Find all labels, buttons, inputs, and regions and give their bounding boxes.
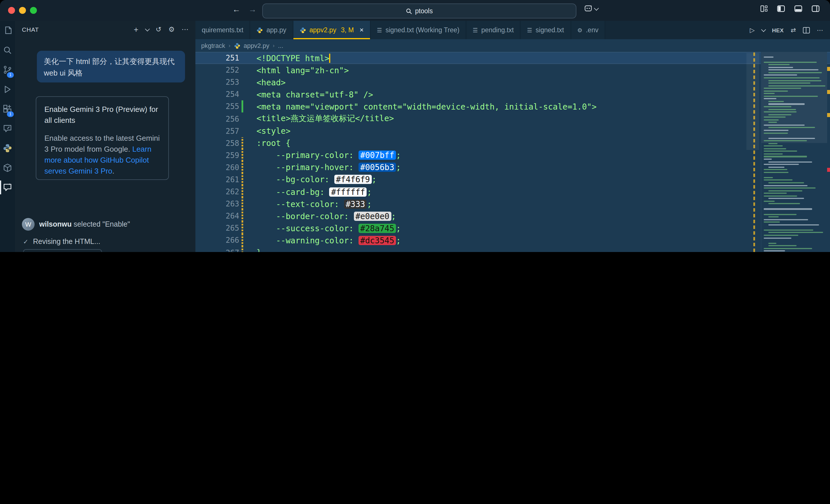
code-line: 253<head> bbox=[195, 76, 830, 88]
activity-python-icon[interactable] bbox=[0, 138, 15, 158]
step-revising: ✓ Revising the HTML... bbox=[23, 238, 100, 246]
code-editor[interactable]: 251<!DOCTYPE html>252<html lang="zh-cn">… bbox=[195, 52, 830, 252]
chat-history-icon[interactable]: ↺ bbox=[156, 25, 161, 33]
search-icon bbox=[406, 8, 412, 14]
titlebar: ← → ptools bbox=[0, 0, 830, 21]
minimap-slider[interactable] bbox=[761, 52, 827, 143]
tab-quirements-txt[interactable]: quirements.txt bbox=[195, 21, 250, 39]
chevron-right-icon: › bbox=[273, 43, 274, 49]
chat-sidebar: CHAT + ↺ ⚙ ⋯ 美化一下 html 部分，让其变得更具现代 web u… bbox=[15, 21, 196, 252]
python-icon bbox=[234, 42, 240, 49]
activity-package-icon[interactable] bbox=[0, 158, 15, 178]
tab-app-py[interactable]: app.py bbox=[250, 21, 293, 39]
chat-more-actions-icon[interactable]: ⋯ bbox=[182, 25, 189, 33]
user-message-bubble: 美化一下 html 部分，让其变得更具现代 web ui 风格 bbox=[37, 51, 185, 83]
gemini-card-body: Enable access to the latest Gemini 3 Pro… bbox=[44, 133, 160, 177]
activity-extensions-icon[interactable]: 1 bbox=[0, 99, 15, 119]
close-window-button[interactable] bbox=[8, 7, 15, 14]
run-python-file-icon[interactable]: ▷ bbox=[750, 26, 755, 34]
code-line: 254<meta charset="utf-8" /> bbox=[195, 89, 830, 101]
chat-settings-gear-icon[interactable]: ⚙ bbox=[168, 25, 174, 33]
changed-file-name: appv2.py bbox=[37, 251, 65, 252]
copilot-menu[interactable] bbox=[584, 5, 598, 12]
minimap[interactable] bbox=[761, 52, 827, 252]
code-line: 257<style> bbox=[195, 125, 830, 137]
editor-scrollbar[interactable] bbox=[746, 53, 759, 150]
activity-copilot-edits-icon[interactable] bbox=[0, 119, 15, 138]
breadcrumb-symbol[interactable]: ... bbox=[278, 42, 283, 49]
gemini-card-title: Enable Gemini 3 Pro (Preview) for all cl… bbox=[44, 104, 160, 126]
code-line: 258:root { bbox=[195, 137, 830, 149]
code-line: 251<!DOCTYPE html> bbox=[195, 52, 830, 64]
color-swatch: #e0e0e0 bbox=[354, 212, 391, 221]
user-action-row: W wilsonwu selected "Enable" bbox=[22, 218, 186, 231]
code-line: 264 --border-color: #e0e0e0; bbox=[195, 210, 830, 222]
tab-appv2-py[interactable]: appv2.py3, M× bbox=[293, 21, 371, 39]
chevron-down-icon bbox=[594, 5, 599, 10]
user-action-text: selected "Enable" bbox=[73, 220, 130, 228]
editor-group: quirements.txtapp.pyappv2.py3, M×☰signed… bbox=[195, 21, 830, 252]
tab-signed-txt-working-tree-[interactable]: ☰signed.txt (Working Tree) bbox=[371, 21, 466, 39]
new-chat-dropdown-icon[interactable] bbox=[145, 27, 150, 31]
code-line: 267} bbox=[195, 247, 830, 252]
run-dropdown-icon[interactable] bbox=[761, 27, 766, 32]
overview-ruler bbox=[827, 21, 830, 252]
hex-editor-button[interactable]: HEX bbox=[772, 27, 784, 33]
zoom-window-button[interactable] bbox=[30, 7, 37, 14]
code-line: 263 --text-color: #333; bbox=[195, 198, 830, 210]
code-line: 266 --warning-color: #dc3545; bbox=[195, 234, 830, 247]
activity-run-debug-icon[interactable] bbox=[0, 80, 15, 99]
tab-pending-txt[interactable]: ☰pending.txt bbox=[466, 21, 520, 39]
vscode-window: ← → ptools 111 CHAT + ↺ ⚙ ⋯ bbox=[0, 0, 830, 252]
editor-tabs: quirements.txtapp.pyappv2.py3, M×☰signed… bbox=[195, 21, 830, 39]
code-line: 252<html lang="zh-cn"> bbox=[195, 64, 830, 76]
lines-added: +234 bbox=[68, 251, 84, 252]
copilot-icon bbox=[584, 5, 593, 12]
code-line: 256<title>燕文运单签收标记</title> bbox=[195, 113, 830, 125]
color-swatch: #0056b3 bbox=[358, 163, 396, 172]
editor-more-actions-icon[interactable]: ⋯ bbox=[817, 26, 823, 34]
activity-search-icon[interactable] bbox=[0, 40, 15, 60]
activity-chat-icon[interactable] bbox=[0, 178, 15, 197]
breadcrumb[interactable]: pkgtrack › appv2.py › ... bbox=[195, 39, 830, 52]
code-line: 255<meta name="viewport" content="width=… bbox=[195, 101, 830, 113]
avatar: W bbox=[22, 218, 35, 231]
username: wilsonwu bbox=[39, 220, 72, 228]
nav-back-icon[interactable]: ← bbox=[232, 5, 241, 14]
badge: 1 bbox=[7, 111, 14, 117]
color-swatch: #333 bbox=[344, 199, 366, 209]
badge: 1 bbox=[7, 72, 14, 78]
open-changes-icon[interactable]: ⇄ bbox=[791, 26, 796, 34]
toggle-panel-icon[interactable] bbox=[794, 5, 802, 12]
code-line: 259 --primary-color: #007bff; bbox=[195, 149, 830, 161]
gemini-enable-card: Enable Gemini 3 Pro (Preview) for all cl… bbox=[36, 96, 169, 180]
changed-file-chip[interactable]: appv2.py +234 -86 bbox=[23, 249, 102, 252]
activity-explorer-icon[interactable] bbox=[0, 21, 15, 40]
color-swatch: #007bff bbox=[358, 151, 396, 160]
color-swatch: #dc3545 bbox=[358, 236, 396, 245]
breadcrumb-folder[interactable]: pkgtrack bbox=[201, 42, 225, 49]
code-line: 260 --primary-hover: #0056b3; bbox=[195, 161, 830, 174]
nav-forward-icon[interactable]: → bbox=[248, 5, 256, 14]
split-editor-icon[interactable] bbox=[803, 27, 810, 33]
tab-signed-txt[interactable]: ☰signed.txt bbox=[521, 21, 571, 39]
command-center-search[interactable]: ptools bbox=[262, 3, 576, 19]
code-line: 262 --card-bg: #ffffff; bbox=[195, 186, 830, 198]
chevron-right-icon: › bbox=[228, 43, 230, 49]
breadcrumb-file[interactable]: appv2.py bbox=[244, 42, 269, 49]
code-line: 265 --success-color: #28a745; bbox=[195, 222, 830, 234]
new-chat-button[interactable]: + bbox=[134, 25, 138, 34]
activity-source-control-icon[interactable]: 1 bbox=[0, 60, 15, 80]
toggle-secondary-sidebar-icon[interactable] bbox=[811, 5, 820, 12]
color-swatch: #ffffff bbox=[329, 187, 367, 196]
close-tab-icon[interactable]: × bbox=[360, 26, 364, 34]
customize-layout-icon[interactable] bbox=[760, 5, 768, 12]
tab--env[interactable]: ⚙.env bbox=[571, 21, 605, 39]
color-swatch: #28a745 bbox=[358, 224, 396, 233]
activity-bar: 111 bbox=[0, 21, 15, 252]
text-cursor bbox=[329, 53, 330, 63]
toggle-primary-sidebar-icon[interactable] bbox=[777, 5, 785, 12]
code-line: 261 --bg-color: #f4f6f9; bbox=[195, 174, 830, 186]
minimize-window-button[interactable] bbox=[19, 7, 26, 14]
search-value: ptools bbox=[415, 7, 433, 14]
